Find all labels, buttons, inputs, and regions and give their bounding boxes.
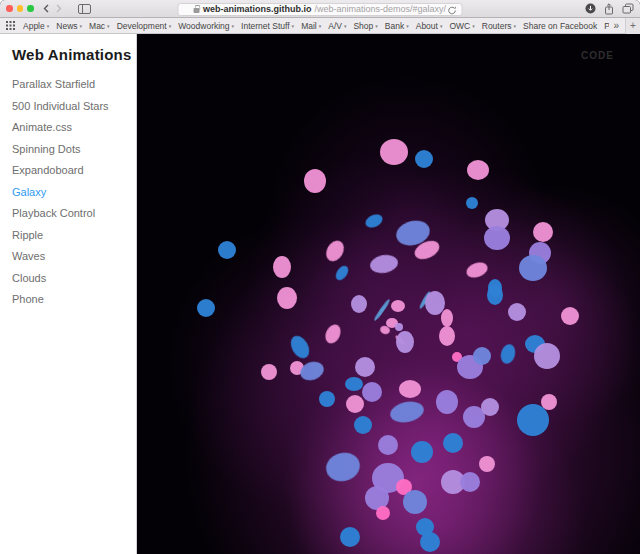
bookmark-item[interactable]: About▾	[416, 21, 443, 31]
bookmark-item[interactable]: OWC▾	[449, 21, 474, 31]
reload-icon[interactable]	[447, 5, 458, 16]
chevron-down-icon: ▾	[406, 23, 409, 29]
back-button[interactable]	[43, 4, 49, 13]
share-icon[interactable]	[604, 3, 614, 15]
sidebar-item-expandoboard[interactable]: Expandoboard	[12, 165, 132, 176]
galaxy-particle	[363, 212, 384, 230]
close-window-button[interactable]	[6, 5, 13, 12]
galaxy-particle	[378, 435, 398, 455]
sidebar-item-ripple[interactable]: Ripple	[12, 230, 132, 241]
galaxy-particle	[420, 532, 440, 552]
page-content: Web Animations Parallax Starfield500 Ind…	[0, 34, 640, 554]
bookmark-item[interactable]: A/V▾	[328, 21, 346, 31]
bookmark-item[interactable]: Woodworking▾	[178, 21, 234, 31]
galaxy-particle	[443, 433, 463, 453]
demo-sidebar: Web Animations Parallax Starfield500 Ind…	[0, 34, 137, 554]
zoom-window-button[interactable]	[27, 5, 34, 12]
galaxy-particle	[473, 347, 491, 365]
sidebar-item-500-individual-stars[interactable]: 500 Individual Stars	[12, 101, 132, 112]
galaxy-particle	[481, 398, 499, 416]
galaxy-particle	[534, 343, 560, 369]
bookmark-label: Woodworking	[178, 21, 229, 31]
galaxy-particle	[273, 256, 291, 278]
chevron-down-icon: ▾	[292, 23, 295, 29]
tabs-overview-icon[interactable]	[622, 3, 634, 14]
galaxy-particle	[380, 139, 408, 165]
galaxy-particle	[323, 449, 363, 485]
galaxy-particle	[261, 364, 277, 380]
page-title: Web Animations	[12, 46, 132, 63]
bookmarks-overflow-chevron[interactable]: »	[613, 20, 619, 31]
galaxy-particle	[354, 416, 372, 434]
forward-button[interactable]	[56, 4, 62, 13]
chevron-down-icon: ▾	[47, 23, 50, 29]
bookmark-item[interactable]: Mail▾	[301, 21, 321, 31]
history-nav	[43, 4, 62, 13]
bookmark-item[interactable]: Development▾	[117, 21, 172, 31]
bookmark-label: Share on Facebook	[523, 21, 597, 31]
bookmark-label: About	[416, 21, 438, 31]
galaxy-particle	[464, 260, 489, 281]
bookmark-label: Mac	[89, 21, 105, 31]
galaxy-particle	[436, 390, 458, 414]
bookmark-item[interactable]: Apple▾	[23, 21, 49, 31]
bookmark-label: Bank	[385, 21, 404, 31]
galaxy-particle	[369, 253, 400, 276]
chevron-down-icon: ▾	[169, 23, 172, 29]
bookmark-item[interactable]: Mac▾	[89, 21, 110, 31]
galaxy-particle	[362, 382, 382, 402]
bookmark-item[interactable]: Pottery▾	[604, 21, 609, 31]
sidebar-item-waves[interactable]: Waves	[12, 251, 132, 262]
galaxy-particle	[467, 160, 489, 180]
bookmark-item[interactable]: Routers▾	[482, 21, 516, 31]
galaxy-particle	[487, 285, 503, 305]
toolbar-right-buttons	[585, 3, 634, 15]
bookmark-item[interactable]: News▾	[56, 21, 82, 31]
chevron-down-icon: ▾	[440, 23, 443, 29]
galaxy-particle	[439, 326, 455, 346]
new-tab-button[interactable]: +	[625, 18, 640, 34]
bookmarks-bar: Apple▾News▾Mac▾Development▾Woodworking▾I…	[0, 18, 640, 34]
galaxy-particle	[479, 456, 495, 472]
browser-toolbar: web-animations.github.io/web-animations-…	[0, 0, 640, 18]
sidebar-item-spinning-dots[interactable]: Spinning Dots	[12, 144, 132, 155]
bookmark-item[interactable]: Shop▾	[353, 21, 377, 31]
galaxy-particle	[340, 527, 360, 547]
sidebar-item-playback-control[interactable]: Playback Control	[12, 208, 132, 219]
downloads-icon[interactable]	[585, 3, 596, 14]
sidebar-item-galaxy[interactable]: Galaxy	[12, 187, 132, 198]
chevron-down-icon: ▾	[375, 23, 378, 29]
bookmark-item[interactable]: Share on Facebook	[523, 21, 597, 31]
galaxy-particle	[411, 441, 433, 463]
bookmark-label: A/V	[328, 21, 342, 31]
bookmark-label: Mail	[301, 21, 317, 31]
sidebar-toggle-icon[interactable]	[78, 4, 91, 14]
galaxy-particle	[376, 506, 390, 520]
sidebar-item-animate-css[interactable]: Animate.css	[12, 122, 132, 133]
galaxy-particle	[388, 399, 425, 426]
code-link[interactable]: CODE	[581, 50, 614, 61]
chevron-down-icon: ▾	[232, 23, 235, 29]
bookmarks-grid-icon[interactable]	[6, 21, 15, 30]
galaxy-particle	[351, 295, 367, 313]
minimize-window-button[interactable]	[17, 5, 24, 12]
galaxy-particle	[391, 300, 405, 312]
sidebar-item-phone[interactable]: Phone	[12, 294, 132, 305]
galaxy-particle	[508, 303, 526, 321]
nebula-glow	[437, 184, 640, 424]
galaxy-particle	[395, 323, 403, 331]
bookmark-label: OWC	[449, 21, 470, 31]
chevron-down-icon: ▾	[107, 23, 110, 29]
galaxy-particle	[323, 237, 348, 264]
galaxy-particle	[346, 395, 364, 413]
chevron-down-icon: ▾	[472, 23, 475, 29]
galaxy-particle	[561, 307, 579, 325]
galaxy-particle	[484, 226, 510, 250]
galaxy-particle	[277, 287, 297, 309]
sidebar-item-parallax-starfield[interactable]: Parallax Starfield	[12, 79, 132, 90]
bookmark-item[interactable]: Bank▾	[385, 21, 409, 31]
bookmark-item[interactable]: Internet Stuff▾	[241, 21, 294, 31]
address-bar[interactable]: web-animations.github.io/web-animations-…	[178, 3, 463, 16]
galaxy-particle	[415, 150, 433, 168]
sidebar-item-clouds[interactable]: Clouds	[12, 273, 132, 284]
